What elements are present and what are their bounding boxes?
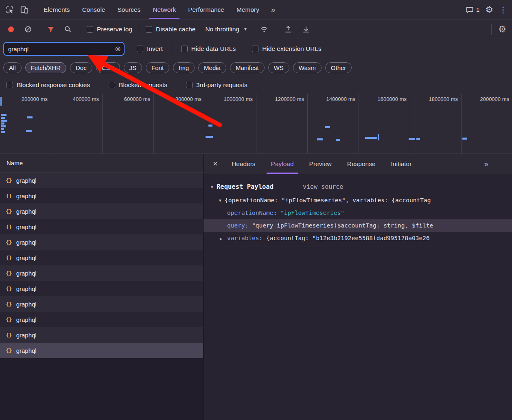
timeline-tick-label: 1600000 ms: [359, 94, 410, 102]
main-tab-bar: ElementsConsoleSourcesNetworkPerformance…: [0, 0, 512, 20]
advanced-filter-label: 3rd-party requests: [196, 81, 247, 89]
advanced-filter-3rd-party-requests[interactable]: 3rd-party requests: [186, 81, 247, 89]
payload-entry-variables[interactable]: ▶variables: {accountTag: "b12e3b2192ee55…: [203, 232, 512, 245]
checkbox-icon: [87, 26, 93, 33]
network-activity-bar: [0, 97, 2, 106]
request-row[interactable]: {}graphql: [0, 188, 203, 203]
request-name: graphql: [16, 254, 37, 261]
hide-data-urls-checkbox[interactable]: Hide data URLs: [181, 45, 236, 52]
filter-funnel-icon[interactable]: [46, 25, 56, 33]
issues-button[interactable]: 1: [466, 6, 479, 14]
type-filter-js[interactable]: JS: [124, 62, 142, 73]
type-filter-all[interactable]: All: [3, 62, 22, 73]
network-activity-bar: [1, 131, 5, 133]
network-settings-gear-icon[interactable]: ⚙: [498, 25, 506, 34]
main-tab-sources[interactable]: Sources: [112, 0, 147, 19]
view-source-link[interactable]: view source: [303, 183, 343, 190]
type-filter-manifest[interactable]: Manifest: [230, 62, 265, 73]
name-column-header[interactable]: Name: [0, 154, 203, 173]
main-tab-console[interactable]: Console: [76, 0, 112, 19]
settings-gear-icon[interactable]: ⚙: [485, 5, 493, 14]
main-tab-network[interactable]: Network: [147, 0, 182, 19]
main-tab-performance[interactable]: Performance: [182, 0, 230, 19]
advanced-filter-blocked-response-cookies[interactable]: Blocked response cookies: [7, 81, 90, 89]
devtools-window: ElementsConsoleSourcesNetworkPerformance…: [0, 0, 512, 420]
payload-entry-query[interactable]: query: "query ipFlowTimeseries($accountT…: [203, 219, 512, 232]
disable-cache-checkbox[interactable]: Disable cache: [146, 26, 195, 33]
request-name: graphql: [16, 270, 37, 277]
payload-summary-row[interactable]: ▼ {operationName: "ipFlowTimeseries", va…: [203, 194, 512, 207]
timeline-overview[interactable]: 200000 ms400000 ms600000 ms800000 ms1000…: [0, 94, 512, 154]
request-row[interactable]: {}graphql: [0, 327, 203, 343]
request-row[interactable]: {}graphql: [0, 312, 203, 327]
detail-tab-preview[interactable]: Preview: [302, 154, 339, 174]
type-filter-wasm[interactable]: Wasm: [293, 62, 322, 73]
network-activity-bar: [206, 136, 213, 138]
request-list: {}graphql{}graphql{}graphql{}graphql{}gr…: [0, 173, 203, 358]
timeline-segment: 800000 ms: [154, 94, 205, 153]
timeline-segment: 600000 ms: [103, 94, 154, 153]
type-filter-css[interactable]: CSS: [96, 62, 120, 73]
timeline-tick-label: 600000 ms: [103, 94, 153, 102]
advanced-filter-blocked-requests[interactable]: Blocked requests: [109, 81, 167, 89]
request-row[interactable]: {}graphql: [0, 265, 203, 281]
type-filter-doc[interactable]: Doc: [70, 62, 92, 73]
more-panels-icon[interactable]: »: [265, 0, 281, 19]
request-name: graphql: [16, 301, 37, 308]
type-filter-ws[interactable]: WS: [268, 62, 289, 73]
main-tab-elements[interactable]: Elements: [37, 0, 76, 19]
payload-entry-operationname[interactable]: operationName: "ipFlowTimeseries": [203, 207, 512, 219]
timeline-segment: 1000000 ms: [205, 94, 256, 153]
import-har-icon[interactable]: [282, 25, 294, 33]
request-row[interactable]: {}graphql: [0, 250, 203, 265]
request-row[interactable]: {}graphql: [0, 173, 203, 188]
request-name: graphql: [16, 177, 37, 184]
inspect-element-icon[interactable]: [2, 0, 17, 19]
type-filter-media[interactable]: Media: [198, 62, 226, 73]
detail-tab-initiator[interactable]: Initiator: [383, 154, 420, 174]
kebab-menu-icon[interactable]: ⋮: [499, 6, 507, 14]
throttling-dropdown[interactable]: No throttling ▼: [205, 26, 247, 33]
payload-key: operationName: [227, 210, 274, 216]
request-name: graphql: [16, 332, 37, 339]
invert-checkbox[interactable]: Invert: [137, 45, 163, 52]
request-name: graphql: [16, 208, 37, 215]
clear-network-log-icon[interactable]: [23, 25, 33, 33]
detail-more-tabs-icon[interactable]: »: [484, 154, 488, 174]
request-row[interactable]: {}graphql: [0, 343, 203, 358]
type-filter-other[interactable]: Other: [325, 62, 352, 73]
request-row[interactable]: {}graphql: [0, 296, 203, 312]
checkbox-icon: [146, 26, 152, 33]
preserve-log-checkbox[interactable]: Preserve log: [87, 26, 132, 33]
request-row[interactable]: {}graphql: [0, 281, 203, 296]
detail-tab-payload[interactable]: Payload: [263, 154, 302, 174]
network-activity-bar: [317, 138, 323, 140]
search-icon[interactable]: [63, 25, 73, 33]
request-row[interactable]: {}graphql: [0, 203, 203, 219]
type-filter-img[interactable]: Img: [173, 62, 195, 73]
network-filter-input[interactable]: [3, 42, 125, 56]
type-filter-fetch-xhr[interactable]: Fetch/XHR: [25, 62, 66, 73]
record-network-log-button[interactable]: [8, 26, 14, 32]
device-toolbar-icon[interactable]: [17, 0, 32, 19]
collapsed-arrow-icon[interactable]: ▶: [220, 232, 227, 245]
clear-filter-icon[interactable]: ⊗: [115, 45, 121, 52]
close-details-icon[interactable]: ✕: [207, 154, 224, 174]
request-name: graphql: [16, 316, 37, 323]
export-har-icon[interactable]: [300, 25, 312, 33]
timeline-tick-label: 1800000 ms: [410, 94, 461, 102]
detail-tab-headers[interactable]: Headers: [224, 154, 263, 174]
timeline-tick-label: 1400000 ms: [308, 94, 359, 102]
network-activity-bar: [416, 138, 420, 140]
type-filter-font[interactable]: Font: [146, 62, 169, 73]
detail-tab-response[interactable]: Response: [339, 154, 383, 174]
network-conditions-icon[interactable]: [258, 25, 270, 34]
checkbox-icon: [7, 82, 13, 88]
hide-extension-urls-checkbox[interactable]: Hide extension URLs: [252, 45, 322, 52]
request-payload-section-header[interactable]: ▼ Request Payload view source: [203, 180, 512, 194]
network-activity-bar: [27, 116, 33, 118]
request-row[interactable]: {}graphql: [0, 219, 203, 234]
main-tab-memory[interactable]: Memory: [230, 0, 265, 19]
request-row[interactable]: {}graphql: [0, 234, 203, 250]
hide-extension-urls-label: Hide extension URLs: [262, 45, 322, 52]
